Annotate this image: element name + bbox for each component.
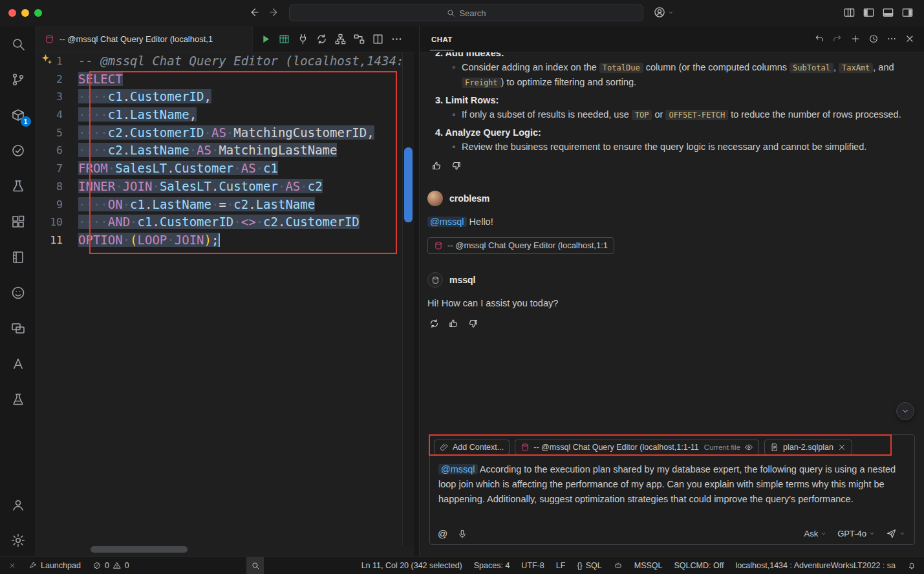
toggle-panel-button[interactable]	[882, 6, 894, 19]
zoom-indicator[interactable]	[246, 557, 264, 574]
sidebar-item-remote-explorer[interactable]	[10, 321, 26, 336]
editor-horizontal-scrollbar[interactable]	[91, 546, 188, 553]
toggle-secondary-sidebar-button[interactable]	[901, 6, 914, 19]
query-plan-button[interactable]	[353, 33, 365, 45]
forward-button[interactable]	[268, 6, 280, 18]
error-icon	[92, 561, 102, 570]
scrollbar-thumb[interactable]	[404, 147, 413, 222]
remove-context-icon[interactable]	[837, 443, 846, 452]
refresh-connection-button[interactable]	[316, 33, 328, 45]
plug-icon	[297, 33, 309, 45]
change-connection-button[interactable]	[297, 33, 309, 45]
launchpad-item[interactable]: Launchpad	[28, 561, 81, 570]
editor-layout-button[interactable]	[843, 6, 855, 19]
chat-message-list: 2. Add Indexes: Consider adding an index…	[420, 52, 924, 434]
context-file-chip[interactable]: -- @mssql Chat Query Editor (localhost,1…	[515, 440, 759, 455]
sidebar-item-azure[interactable]	[10, 356, 26, 372]
encoding-item[interactable]: UTF-8	[521, 561, 544, 570]
mention-button[interactable]: @	[438, 528, 447, 539]
mssql-status-item[interactable]: MSSQL	[634, 561, 663, 570]
chat-input-controls: @ Ask GPT-4o	[438, 528, 905, 539]
code-area[interactable]: 1-- @mssql Chat Query Editor (localhost,…	[37, 52, 402, 546]
attached-file-pill[interactable]: -- @mssql Chat Query Editor (localhost,1…	[427, 237, 614, 254]
microphone-button[interactable]	[457, 529, 467, 539]
copilot-status-item[interactable]	[614, 561, 623, 570]
back-button[interactable]	[248, 6, 260, 18]
database-icon	[45, 34, 54, 44]
chat-history-button[interactable]	[868, 34, 879, 44]
chat-header: CHAT	[420, 26, 924, 52]
title-bar: Search	[0, 0, 924, 26]
sidebar-item-mssql[interactable]	[10, 392, 26, 407]
sidebar-item-search[interactable]	[10, 36, 26, 52]
redo-button[interactable]	[832, 34, 843, 44]
account-menu-button[interactable]	[653, 6, 674, 19]
account-icon	[653, 6, 666, 19]
thumbs-up-button[interactable]	[431, 160, 442, 171]
search-placeholder: Search	[459, 8, 486, 18]
thumbs-up-button[interactable]	[448, 318, 459, 329]
connection-status-item[interactable]: localhost,1434 : AdventureWorksLT2022 : …	[735, 561, 896, 570]
more-actions-button[interactable]	[391, 33, 403, 45]
eol-item[interactable]: LF	[556, 561, 566, 570]
split-icon	[372, 33, 384, 45]
run-query-button[interactable]	[259, 33, 272, 45]
model-selector[interactable]: GPT-4o	[837, 529, 875, 538]
remote-indicator[interactable]	[8, 561, 17, 570]
sidebar-item-source-control[interactable]	[10, 72, 26, 87]
sidebar-item-github[interactable]	[10, 285, 26, 301]
maximize-window-button[interactable]	[34, 9, 42, 17]
chat-panel: CHAT 2. Add Indexes: Consider adding an …	[419, 26, 924, 556]
sidebar-item-testing[interactable]	[10, 143, 26, 158]
sidebar-item-notebooks[interactable]	[10, 250, 26, 265]
chat-input-container: Add Context... -- @mssql Chat Query Edit…	[429, 434, 915, 545]
send-button[interactable]	[886, 528, 905, 539]
paperclip-icon	[440, 443, 449, 452]
ellipsis-icon	[391, 33, 403, 45]
sidebar-item-extensions[interactable]	[10, 214, 26, 229]
context-attachments-row: Add Context... -- @mssql Chat Query Edit…	[430, 435, 914, 456]
editor-vertical-scrollbar[interactable]	[402, 52, 414, 546]
close-panel-button[interactable]	[905, 34, 915, 44]
accounts-button[interactable]	[10, 497, 26, 513]
editor-tab[interactable]: -- @mssql Chat Query Editor (localhost,1	[37, 26, 253, 52]
toggle-primary-sidebar-button[interactable]	[863, 6, 875, 19]
search-icon	[10, 36, 26, 52]
settings-button[interactable]	[10, 533, 26, 548]
chat-input-text[interactable]: @mssql According to the execution plan s…	[430, 456, 914, 507]
thumbs-down-button[interactable]	[451, 160, 462, 171]
status-bar: Launchpad 0 0 Ln 11, Col 20 (342 selecte…	[0, 556, 924, 574]
sidebar-item-package[interactable]: 1	[10, 107, 26, 123]
chevron-down-icon	[821, 531, 826, 537]
undo-button[interactable]	[814, 34, 824, 44]
regenerate-button[interactable]	[429, 318, 440, 329]
sidebar-item-run-queries[interactable]	[10, 178, 26, 194]
chevron-down-icon	[869, 531, 875, 537]
chat-panel-title[interactable]: CHAT	[430, 28, 454, 50]
context-plan-chip[interactable]: plan-2.sqlplan	[764, 440, 852, 455]
new-chat-button[interactable]	[850, 34, 861, 44]
eye-icon[interactable]	[744, 443, 753, 452]
notifications-bell[interactable]	[907, 561, 916, 570]
user-message: croblesm @mssql Hello! -- @mssql Chat Qu…	[427, 191, 908, 254]
results-grid-button[interactable]	[278, 33, 290, 45]
command-center-search[interactable]: Search	[289, 5, 643, 21]
mode-selector[interactable]: Ask	[804, 529, 827, 538]
indentation-item[interactable]: Spaces: 4	[474, 561, 510, 570]
split-editor-button[interactable]	[372, 33, 384, 45]
cursor-position-item[interactable]: Ln 11, Col 20 (342 selected)	[361, 561, 462, 570]
list-item-add-indexes: 2. Add Indexes:	[435, 52, 908, 60]
more-actions-button[interactable]	[886, 34, 897, 44]
minimize-window-button[interactable]	[21, 9, 29, 17]
copilot-sparkle-icon[interactable]	[40, 53, 53, 69]
close-window-button[interactable]	[8, 9, 16, 17]
add-context-button[interactable]: Add Context...	[434, 440, 510, 455]
estimated-plan-button[interactable]	[334, 33, 347, 45]
problems-item[interactable]: 0 0	[92, 561, 129, 570]
language-mode-item[interactable]: {}SQL	[577, 561, 601, 570]
sqlcmd-status-item[interactable]: SQLCMD: Off	[674, 561, 724, 570]
panel-sash[interactable]	[414, 26, 419, 556]
thumbs-down-button[interactable]	[467, 318, 478, 329]
warning-icon	[113, 561, 122, 570]
scroll-to-bottom-button[interactable]	[896, 402, 914, 420]
